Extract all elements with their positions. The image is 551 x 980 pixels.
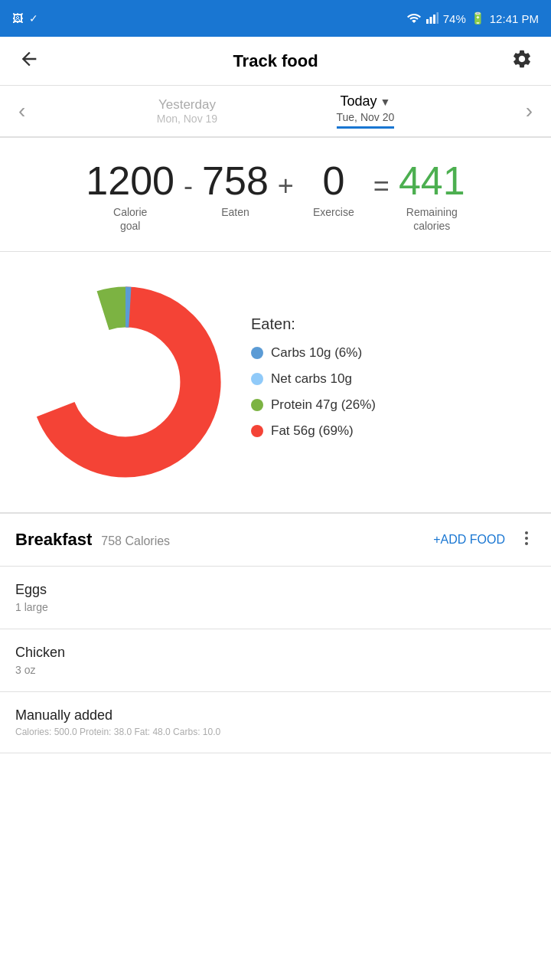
food-item-eggs[interactable]: Eggs 1 large — [0, 567, 551, 629]
svg-point-5 — [525, 537, 528, 540]
add-food-button[interactable]: +ADD FOOD — [433, 533, 505, 547]
svg-rect-0 — [426, 19, 429, 24]
food-desc-chicken: 3 oz — [15, 664, 536, 676]
today-label: Today ▼ — [337, 93, 395, 109]
meal-actions: +ADD FOOD — [433, 529, 536, 550]
svg-rect-1 — [429, 17, 432, 24]
meal-header: Breakfast 758 Calories +ADD FOOD — [0, 514, 551, 567]
status-bar: 🖼 ✓ 74% 🔋 12:41 PM — [0, 0, 551, 37]
calorie-goal-block: 1200 Caloriegoal — [86, 161, 174, 233]
eaten-number: 758 — [202, 161, 269, 201]
remaining-block: 441 Remainingcalories — [399, 161, 465, 233]
calorie-goal-label: Caloriegoal — [113, 205, 147, 233]
today-date[interactable]: Today ▼ Tue, Nov 20 — [337, 93, 395, 129]
legend-carbs: Carbs 10g (6%) — [251, 345, 533, 361]
plus-operator: + — [269, 161, 303, 205]
prev-day-button[interactable]: ‹ — [6, 93, 37, 129]
page-title: Track food — [233, 51, 318, 71]
exercise-label: Exercise — [313, 205, 354, 219]
food-name-eggs: Eggs — [15, 582, 536, 598]
legend-protein: Protein 47g (26%) — [251, 397, 533, 413]
food-item-chicken[interactable]: Chicken 3 oz — [0, 629, 551, 692]
sync-icon: ✓ — [29, 12, 38, 24]
minus-operator: - — [174, 161, 202, 205]
equals-operator: = — [364, 161, 399, 205]
battery-text: 74% — [443, 12, 466, 25]
chart-legend: Eaten: Carbs 10g (6%) Net carbs 10g Prot… — [251, 315, 533, 449]
exercise-block: 0 Exercise — [303, 161, 364, 219]
yesterday-date[interactable]: Yesterday Mon, Nov 19 — [157, 97, 217, 125]
date-nav: ‹ Yesterday Mon, Nov 19 Today ▼ Tue, Nov… — [0, 86, 551, 138]
wifi-icon — [406, 11, 422, 26]
calorie-goal-number: 1200 — [86, 161, 174, 201]
donut-center — [72, 328, 179, 436]
exercise-number: 0 — [322, 161, 344, 201]
legend-net-carbs: Net carbs 10g — [251, 371, 533, 387]
remaining-label: Remainingcalories — [406, 205, 458, 233]
svg-point-4 — [525, 531, 528, 534]
net-carbs-dot — [251, 373, 263, 385]
signal-icon — [426, 11, 439, 26]
svg-rect-2 — [433, 15, 435, 24]
today-full-date: Tue, Nov 20 — [337, 111, 395, 123]
yesterday-label: Yesterday — [157, 97, 217, 113]
next-day-button[interactable]: › — [514, 93, 545, 129]
net-carbs-label: Net carbs 10g — [271, 371, 352, 387]
food-name-chicken: Chicken — [15, 645, 536, 661]
meal-name: Breakfast — [15, 530, 92, 550]
chart-section: Eaten: Carbs 10g (6%) Net carbs 10g Prot… — [0, 252, 551, 514]
settings-button[interactable] — [505, 42, 539, 80]
fat-dot — [251, 425, 263, 437]
food-name-manual: Manually added — [15, 707, 536, 724]
status-bar-right: 74% 🔋 12:41 PM — [406, 11, 539, 26]
more-options-button[interactable] — [517, 529, 536, 550]
legend-title: Eaten: — [251, 315, 533, 333]
meal-title-group: Breakfast 758 Calories — [15, 530, 170, 550]
meal-section: Breakfast 758 Calories +ADD FOOD Eggs 1 … — [0, 514, 551, 753]
eaten-label: Eaten — [221, 205, 249, 219]
meal-calorie-count: 758 Calories — [101, 534, 170, 548]
carbs-dot — [251, 347, 263, 359]
battery-icon: 🔋 — [471, 11, 485, 25]
photo-icon: 🖼 — [12, 12, 23, 24]
eaten-block: 758 Eaten — [202, 161, 269, 219]
remaining-number: 441 — [399, 161, 465, 201]
food-item-manual[interactable]: Manually added Calories: 500.0 Protein: … — [0, 692, 551, 753]
food-desc-eggs: 1 large — [15, 601, 536, 613]
svg-point-6 — [525, 542, 528, 545]
carbs-label: Carbs 10g (6%) — [271, 345, 362, 361]
calorie-summary: 1200 Caloriegoal - 758 Eaten + 0 Exercis… — [0, 138, 551, 252]
protein-dot — [251, 399, 263, 411]
back-button[interactable] — [12, 42, 46, 80]
fat-label: Fat 56g (69%) — [271, 423, 354, 439]
food-subdesc-manual: Calories: 500.0 Protein: 38.0 Fat: 48.0 … — [15, 727, 536, 737]
svg-rect-3 — [436, 12, 439, 24]
time: 12:41 PM — [490, 12, 539, 25]
protein-label: Protein 47g (26%) — [271, 397, 376, 413]
dropdown-arrow-icon: ▼ — [380, 96, 390, 108]
legend-fat: Fat 56g (69%) — [251, 423, 533, 439]
status-bar-left: 🖼 ✓ — [12, 12, 38, 24]
app-bar: Track food — [0, 37, 551, 86]
yesterday-full-date: Mon, Nov 19 — [157, 113, 217, 125]
donut-chart — [18, 275, 233, 489]
